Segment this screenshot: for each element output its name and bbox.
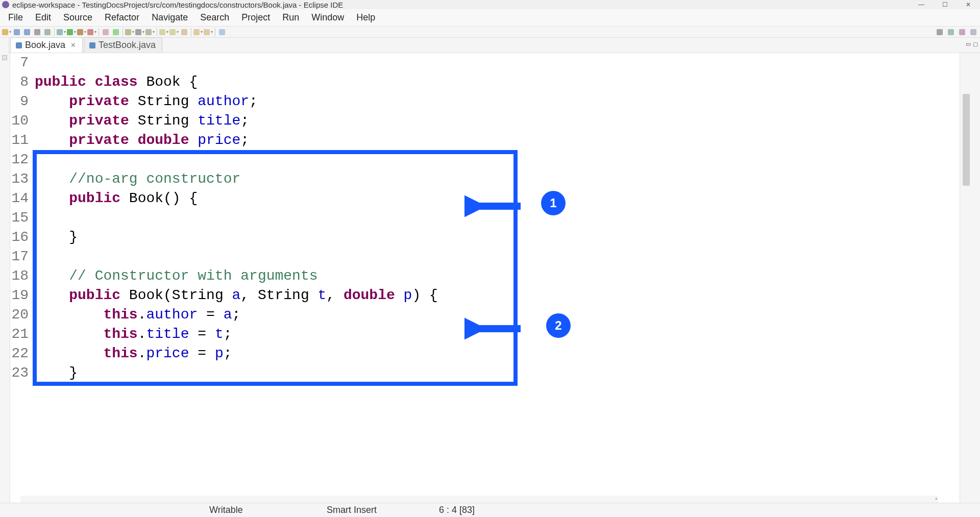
code-line[interactable]: 7 [10,53,960,72]
line-number: 16 [10,228,35,247]
code-line[interactable]: 19 public Book(String a, String t, doubl… [10,286,960,305]
menu-file[interactable]: File [2,10,29,25]
line-content[interactable]: private double price; [35,131,960,150]
pin-icon[interactable] [217,28,227,37]
code-line[interactable]: 10 private String title; [10,111,960,131]
menu-refactor[interactable]: Refactor [99,10,145,25]
line-content[interactable]: public class Book { [35,72,960,92]
menu-navigate[interactable]: Navigate [145,10,194,25]
line-number: 10 [10,111,35,131]
ext-tools-icon[interactable] [77,28,86,37]
line-content[interactable] [35,150,960,169]
overview-ruler[interactable] [960,53,971,503]
search-icon[interactable] [135,28,144,37]
run-green-icon[interactable] [67,28,76,37]
java-file-icon [89,42,95,48]
horizontal-scrollbar[interactable]: ▸ [20,496,938,503]
code-line[interactable]: 23 } [10,363,960,383]
editor-tab[interactable]: TestBook.java [84,37,162,53]
line-content[interactable]: } [35,228,960,247]
annotate-icon[interactable] [145,28,155,37]
menu-edit[interactable]: Edit [29,10,57,25]
tab-close-icon[interactable]: ✕ [70,41,76,49]
search-icon[interactable] [935,28,944,37]
menu-search[interactable]: Search [194,10,235,25]
line-number: 9 [10,92,35,111]
code-line[interactable]: 16 } [10,228,960,247]
code-line[interactable]: 15 [10,208,960,228]
save-all-icon[interactable] [22,28,32,37]
nav-fwd-icon[interactable] [204,28,213,37]
menu-run[interactable]: Run [276,10,305,25]
view-maximize-icon[interactable]: ▢ [973,41,978,47]
editor-tab[interactable]: Book.java✕ [10,37,83,53]
line-number: 19 [10,286,35,305]
code-line[interactable]: 8public class Book { [10,72,960,92]
line-content[interactable]: private String title; [35,111,960,131]
code-line[interactable]: 22 this.price = p; [10,344,960,363]
code-line[interactable]: 17 [10,247,960,266]
menu-project[interactable]: Project [235,10,276,25]
code-line[interactable]: 14 public Book() { [10,189,960,208]
window-minimize-button[interactable]: — [910,0,933,9]
line-content[interactable]: //no-arg constructor [35,169,960,189]
line-content[interactable]: public Book(String a, String t, double p… [35,286,960,305]
editor-right-trim [971,53,980,503]
line-content[interactable]: this.price = p; [35,344,960,363]
toolbar-separator [191,28,191,36]
annotation-badge-1: 1 [541,191,566,215]
vertical-scrollbar-thumb[interactable] [963,94,970,186]
line-number: 12 [10,150,35,169]
line-content[interactable]: // Constructor with arguments [35,266,960,286]
view-minimize-icon[interactable]: ▭ [966,41,971,47]
coverage-icon[interactable] [87,28,96,37]
menu-source[interactable]: Source [57,10,99,25]
line-content[interactable]: this.author = a; [35,305,960,325]
code-line[interactable]: 20 this.author = a; [10,305,960,325]
code-line[interactable]: 13 //no-arg constructor [10,169,960,189]
back-icon[interactable] [159,28,168,37]
main-toolbar [0,27,980,38]
nav-back-icon[interactable] [193,28,203,37]
new-class-icon[interactable] [111,28,120,37]
status-bar: Writable Smart Insert 6 : 4 [83] [0,503,980,517]
menu-window[interactable]: Window [305,10,350,25]
new-icon[interactable] [2,28,11,37]
build-icon[interactable] [43,28,52,37]
line-content[interactable] [35,53,960,72]
window-maximize-button[interactable]: ☐ [933,0,957,9]
code-line[interactable]: 9 private String author; [10,92,960,111]
status-insert-mode: Smart Insert [306,505,419,515]
code-line[interactable]: 11 private double price; [10,131,960,150]
line-number: 17 [10,247,35,266]
open-type-icon[interactable] [125,28,134,37]
new-pkg-icon[interactable] [101,28,110,37]
line-content[interactable]: this.title = t; [35,325,960,344]
line-content[interactable] [35,208,960,228]
line-number: 23 [10,363,35,383]
save-icon[interactable] [12,28,21,37]
line-content[interactable]: private String author; [35,92,960,111]
line-number: 13 [10,169,35,189]
java-file-icon [16,42,22,48]
code-line[interactable]: 18 // Constructor with arguments [10,266,960,286]
window-close-button[interactable]: ✕ [957,0,980,9]
window-title-text: eclipse-workspace - TestingDocsProject/s… [12,1,343,9]
code-editor[interactable]: 1 2 ▸ 78public class Book {9 private Str… [10,53,960,503]
debug-perspective-icon[interactable] [969,28,978,37]
line-content[interactable]: } [35,363,960,383]
fwd-icon[interactable] [169,28,179,37]
last-edit-icon[interactable] [180,28,189,37]
line-number: 8 [10,72,35,92]
java-perspective-icon[interactable] [958,28,967,37]
code-line[interactable]: 12 [10,150,960,169]
menu-help[interactable]: Help [350,10,381,25]
line-content[interactable] [35,247,960,266]
code-line[interactable]: 21 this.title = t; [10,325,960,344]
line-content[interactable]: public Book() { [35,189,960,208]
eclipse-icon [2,1,9,8]
debug-icon[interactable] [57,28,66,37]
toolbar-separator [122,28,123,36]
print-icon[interactable] [33,28,42,37]
open-perspective-icon[interactable] [946,28,955,37]
